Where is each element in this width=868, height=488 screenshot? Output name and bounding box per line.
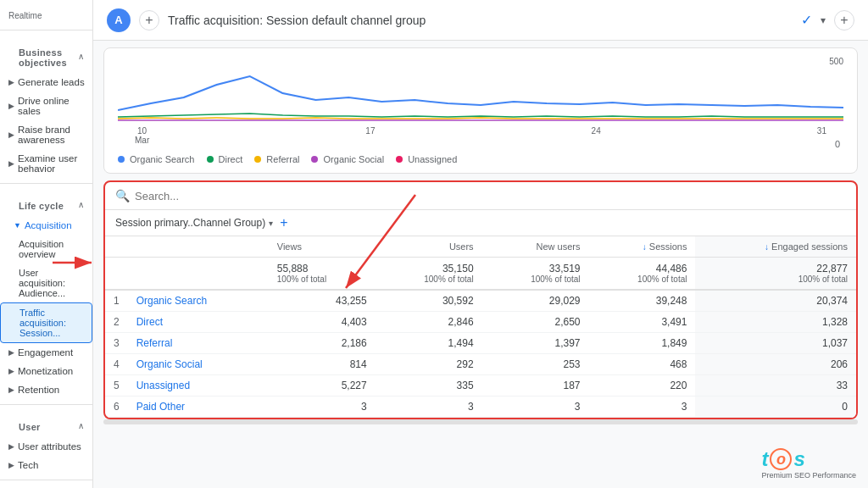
- users-col-header[interactable]: Users: [376, 236, 482, 258]
- engaged-col-header[interactable]: ↓ Engaged sessions: [695, 236, 856, 258]
- user-section: User ∧ ▶ User attributes ▶ Tech: [0, 410, 92, 474]
- row-name[interactable]: Referral: [128, 333, 269, 354]
- business-objectives-section: Business objectives ∧ ▶ Generate leads ▶…: [0, 36, 92, 178]
- add-right-button[interactable]: +: [834, 10, 854, 30]
- row-name[interactable]: Paid Other: [128, 396, 269, 418]
- data-table-inner: Views Users New users ↓ Sessions ↓: [105, 236, 856, 418]
- arrow-icon: ▶: [8, 348, 14, 357]
- arrow-icon: ▶: [8, 442, 14, 451]
- x-label-17: 17: [365, 126, 375, 145]
- sidebar-item-examine-user[interactable]: ▶ Examine user behavior: [0, 149, 92, 178]
- sort-arrow-icon: ↓: [643, 242, 647, 252]
- sidebar-item-raise-brand[interactable]: ▶ Raise brand awareness: [0, 120, 92, 149]
- row-new-users: 1,397: [482, 333, 589, 354]
- table-total-row: 55,888 100% of total 35,150 100% of tota…: [105, 258, 856, 291]
- x-label-31: 31: [817, 126, 826, 145]
- total-new-users: 33,519 100% of total: [482, 258, 589, 291]
- row-sessions: 220: [589, 375, 696, 396]
- legend-item-organic-search: Organic Search: [118, 154, 195, 164]
- row-engaged: 20,374: [695, 290, 856, 312]
- realtime-label: Realtime: [8, 11, 42, 20]
- arrow-icon: ▶: [8, 385, 14, 394]
- row-views: 3: [269, 396, 376, 418]
- sessions-col-header[interactable]: ↓ Sessions: [589, 236, 696, 258]
- user-collapse[interactable]: ∧: [78, 421, 84, 430]
- sidebar-item-retention[interactable]: ▶ Retention: [0, 380, 92, 399]
- row-rank: 4: [105, 354, 128, 375]
- avatar: A: [107, 8, 131, 32]
- search-input[interactable]: [135, 190, 846, 202]
- total-views: 55,888 100% of total: [269, 258, 376, 291]
- logo-sub-text: Premium SEO Performance: [761, 471, 856, 480]
- sidebar-item-drive-online-sales[interactable]: ▶ Drive online sales: [0, 92, 92, 120]
- sidebar-item-user-acquisition[interactable]: User acquisition: Audience...: [0, 263, 92, 302]
- sidebar-item-generate-leads[interactable]: ▶ Generate leads: [0, 73, 92, 92]
- row-new-users: 187: [482, 375, 589, 396]
- row-rank: 3: [105, 333, 128, 354]
- legend-item-referral: Referral: [254, 154, 299, 164]
- legend-label-organic-social: Organic Social: [324, 154, 385, 164]
- sidebar-item-engagement[interactable]: ▶ Engagement: [0, 343, 92, 362]
- sidebar-item-label: Monetization: [18, 366, 73, 376]
- row-views: 5,227: [269, 375, 376, 396]
- row-name[interactable]: Direct: [128, 312, 269, 333]
- page-title: Traffic acquisition: Session default cha…: [168, 14, 793, 27]
- arrow-icon: ▶: [8, 102, 14, 110]
- sidebar-item-traffic-acquisition[interactable]: Traffic acquisition: Session...: [0, 302, 92, 343]
- table-row: 1 Organic Search 43,255 30,592 29,029 39…: [105, 290, 856, 312]
- add-report-button[interactable]: +: [139, 10, 159, 30]
- user-label: User: [8, 415, 51, 435]
- legend-item-unassigned: Unassigned: [396, 154, 457, 164]
- dimension-label[interactable]: Session primary..Channel Group) ▾: [115, 217, 273, 229]
- arrow-icon: ▶: [8, 461, 14, 469]
- logo-t: t: [761, 447, 768, 471]
- add-dimension-button[interactable]: +: [280, 215, 287, 230]
- sidebar: Realtime Business objectives ∧ ▶ Generat…: [0, 0, 93, 488]
- row-name[interactable]: Organic Search: [128, 290, 269, 312]
- legend-dot-referral: [254, 156, 261, 163]
- search-bar: 🔍: [105, 182, 856, 210]
- sidebar-item-acquisition[interactable]: ▼ Acquisition: [0, 216, 92, 235]
- table-row: 2 Direct 4,403 2,846 2,650 3,491 1,328: [105, 312, 856, 333]
- chevron-down-icon[interactable]: ▾: [821, 14, 826, 26]
- lifecycle-collapse[interactable]: ∧: [78, 200, 84, 209]
- dimension-col-header: [105, 236, 269, 258]
- row-rank: 2: [105, 312, 128, 333]
- sidebar-item-label: Drive online sales: [18, 96, 86, 116]
- row-users: 2,846: [376, 312, 482, 333]
- legend-item-direct: Direct: [207, 154, 243, 164]
- row-new-users: 253: [482, 354, 589, 375]
- topbar: A + Traffic acquisition: Session default…: [93, 0, 868, 41]
- row-sessions: 468: [589, 354, 696, 375]
- horizontal-scrollbar[interactable]: [103, 419, 858, 424]
- sidebar-item-monetization[interactable]: ▶ Monetization: [0, 362, 92, 380]
- new-users-col-header[interactable]: New users: [482, 236, 589, 258]
- row-rank: 1: [105, 290, 128, 312]
- legend-dot-direct: [207, 156, 214, 163]
- total-engaged: 22,877 100% of total: [695, 258, 856, 291]
- row-name[interactable]: Unassigned: [128, 375, 269, 396]
- row-sessions: 3: [589, 396, 696, 418]
- row-sessions: 39,248: [589, 290, 696, 312]
- row-engaged: 206: [695, 354, 856, 375]
- row-name[interactable]: Organic Social: [128, 354, 269, 375]
- legend-label-direct: Direct: [219, 154, 243, 164]
- row-views: 2,186: [269, 333, 376, 354]
- sidebar-item-acquisition-overview[interactable]: Acquisition overview: [0, 235, 92, 263]
- arrow-icon: ▶: [8, 130, 14, 139]
- sidebar-item-label: Engagement: [18, 347, 73, 358]
- sidebar-item-realtime[interactable]: Realtime: [0, 7, 92, 25]
- row-rank: 5: [105, 375, 128, 396]
- search-icon: 🔍: [115, 189, 130, 202]
- arrow-icon: ▶: [8, 78, 14, 86]
- business-objectives-label: Business objectives: [8, 41, 78, 71]
- views-col-header[interactable]: Views: [269, 236, 376, 258]
- chart-legend: Organic Search Direct Referral Organic S…: [118, 154, 843, 164]
- row-new-users: 3: [482, 396, 589, 418]
- business-objectives-collapse[interactable]: ∧: [78, 52, 84, 61]
- sidebar-item-user-attributes[interactable]: ▶ User attributes: [0, 437, 92, 456]
- arrow-icon: ▶: [8, 367, 14, 375]
- row-engaged: 33: [695, 375, 856, 396]
- sidebar-item-tech[interactable]: ▶ Tech: [0, 456, 92, 474]
- chevron-down-icon: ▾: [269, 219, 273, 228]
